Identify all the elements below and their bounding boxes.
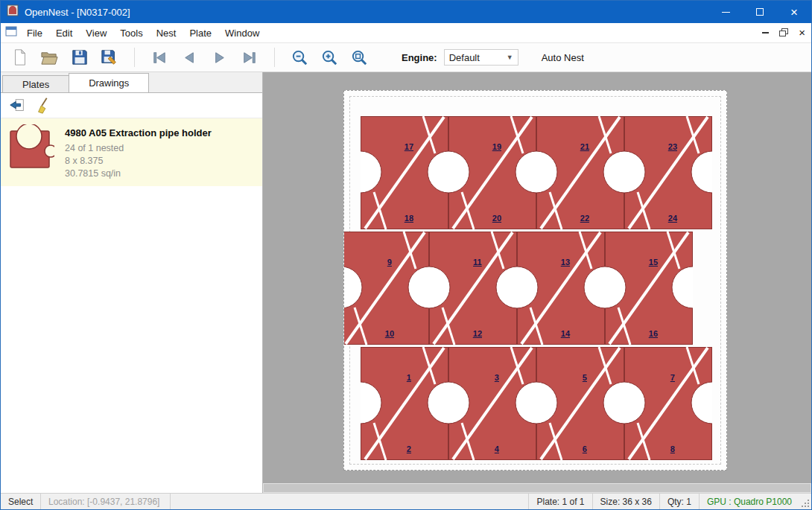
part-pair-graphic bbox=[429, 232, 517, 345]
nested-part-pair[interactable]: 34 bbox=[448, 347, 536, 460]
close-button[interactable]: × bbox=[777, 1, 811, 23]
part-number: 8 bbox=[670, 444, 675, 453]
status-bar: Select Location: [-0.9437, 21.8796] Plat… bbox=[1, 493, 811, 509]
auto-nest-button[interactable]: Auto Nest bbox=[542, 52, 584, 63]
status-size: Size: 36 x 36 bbox=[592, 494, 659, 509]
drawing-area: 30.7815 sq/in bbox=[65, 168, 212, 180]
menu-edit[interactable]: Edit bbox=[49, 24, 79, 42]
nested-part-pair[interactable]: 2122 bbox=[536, 116, 624, 229]
main-toolbar: Engine: Default ▼ Auto Nest bbox=[1, 43, 811, 72]
part-pair-graphic bbox=[361, 116, 448, 229]
part-number: 9 bbox=[387, 258, 392, 267]
part-pair-graphic bbox=[536, 347, 624, 460]
app-icon bbox=[7, 4, 19, 19]
horizontal-scrollbar[interactable] bbox=[263, 483, 811, 493]
engine-select[interactable]: Default ▼ bbox=[444, 49, 518, 66]
status-qty: Qty: 1 bbox=[659, 494, 699, 509]
nested-part-pair[interactable]: 56 bbox=[536, 347, 624, 460]
open-button[interactable] bbox=[38, 46, 61, 69]
tab-plates[interactable]: Plates bbox=[2, 75, 69, 92]
mdi-minimize-button[interactable] bbox=[762, 32, 769, 34]
status-gpu: GPU : Quadro P1000 bbox=[699, 494, 799, 509]
part-pair-graphic bbox=[624, 347, 712, 460]
go-next-button[interactable] bbox=[208, 46, 231, 69]
part-number: 17 bbox=[405, 142, 413, 151]
toolbar-separator bbox=[134, 48, 135, 67]
save-icon bbox=[71, 48, 89, 66]
nested-part-pair[interactable]: 78 bbox=[624, 347, 712, 460]
menu-window[interactable]: Window bbox=[218, 24, 266, 42]
nested-part-pair[interactable]: 1516 bbox=[605, 232, 693, 345]
nested-part-pair[interactable]: 1314 bbox=[517, 232, 605, 345]
part-thumbnail bbox=[7, 124, 54, 172]
mdi-close-button[interactable]: × bbox=[799, 26, 805, 39]
window-title: OpenNest - [N0317-002] bbox=[25, 7, 130, 18]
part-number: 18 bbox=[405, 214, 413, 223]
nested-part-pair[interactable]: 1920 bbox=[448, 116, 536, 229]
save-edit-button[interactable] bbox=[98, 46, 121, 69]
replace-drawing-button[interactable] bbox=[7, 95, 28, 116]
minimize-button[interactable] bbox=[708, 1, 743, 23]
status-location: Location: [-0.9437, 21.8796] bbox=[41, 494, 171, 509]
part-number: 14 bbox=[561, 329, 570, 338]
go-first-icon bbox=[150, 48, 169, 67]
drawing-dimensions: 8 x 8.375 bbox=[65, 155, 212, 168]
drawings-panel: 4980 A05 Extraction pipe holder 24 of 1 … bbox=[1, 92, 262, 493]
menu-plate[interactable]: Plate bbox=[183, 24, 218, 42]
mdi-restore-button[interactable] bbox=[779, 26, 788, 39]
maximize-button[interactable] bbox=[743, 1, 777, 23]
zoom-fit-button[interactable] bbox=[348, 46, 371, 69]
part-pair-graphic bbox=[517, 232, 605, 345]
open-folder-icon bbox=[40, 48, 59, 67]
new-button[interactable] bbox=[8, 46, 31, 69]
nested-part-pair[interactable]: 2324 bbox=[624, 116, 712, 229]
mdi-document-icon bbox=[5, 26, 17, 39]
part-number: 1 bbox=[407, 373, 411, 382]
menu-view[interactable]: View bbox=[79, 24, 113, 42]
go-previous-button[interactable] bbox=[178, 46, 201, 69]
horizontal-scrollbar-thumb[interactable] bbox=[264, 484, 811, 492]
part-number: 15 bbox=[649, 258, 658, 267]
part-pair-graphic bbox=[605, 232, 693, 345]
drawing-nested-count: 24 of 1 nested bbox=[65, 142, 212, 155]
part-pair-graphic bbox=[343, 232, 429, 345]
engine-label: Engine: bbox=[402, 52, 437, 63]
save-edit-icon bbox=[101, 48, 118, 66]
part-pair-graphic bbox=[536, 116, 624, 229]
menu-nest[interactable]: Nest bbox=[150, 24, 183, 42]
zoom-out-button[interactable] bbox=[288, 46, 311, 69]
part-number: 3 bbox=[495, 373, 499, 382]
nested-part-pair[interactable]: 12 bbox=[361, 347, 448, 460]
go-last-icon bbox=[240, 48, 258, 67]
nest-canvas[interactable]: 171819202122232491011121314151612345678 bbox=[263, 72, 811, 493]
part-number: 6 bbox=[583, 444, 587, 453]
drawing-list-item[interactable]: 4980 A05 Extraction pipe holder 24 of 1 … bbox=[1, 118, 262, 186]
tab-strip: Plates Drawings bbox=[1, 72, 262, 92]
part-number: 21 bbox=[580, 142, 589, 151]
part-number: 10 bbox=[385, 329, 394, 338]
engine-value: Default bbox=[449, 52, 480, 63]
menu-file[interactable]: File bbox=[20, 24, 49, 42]
nested-part-pair[interactable]: 1718 bbox=[361, 116, 448, 229]
zoom-in-icon bbox=[320, 48, 339, 67]
save-button[interactable] bbox=[68, 46, 91, 69]
new-file-icon bbox=[11, 48, 29, 66]
zoom-in-button[interactable] bbox=[318, 46, 341, 69]
go-last-button[interactable] bbox=[238, 46, 261, 69]
nested-part-pair[interactable]: 1112 bbox=[429, 232, 517, 345]
tab-drawings[interactable]: Drawings bbox=[69, 73, 149, 92]
part-number: 24 bbox=[668, 214, 677, 223]
part-number: 16 bbox=[649, 329, 658, 338]
part-number: 23 bbox=[668, 142, 677, 151]
chevron-down-icon: ▼ bbox=[507, 54, 513, 61]
part-number: 4 bbox=[495, 444, 499, 453]
part-pair-graphic bbox=[624, 116, 712, 229]
resize-grip[interactable] bbox=[799, 494, 811, 509]
menu-tools[interactable]: Tools bbox=[113, 24, 149, 42]
menu-bar: File Edit View Tools Nest Plate Window × bbox=[1, 23, 811, 43]
clean-button[interactable] bbox=[34, 95, 54, 116]
nested-part-pair[interactable]: 910 bbox=[343, 232, 429, 345]
broom-icon bbox=[35, 97, 53, 115]
go-first-button[interactable] bbox=[148, 46, 171, 69]
close-icon: × bbox=[790, 6, 798, 19]
